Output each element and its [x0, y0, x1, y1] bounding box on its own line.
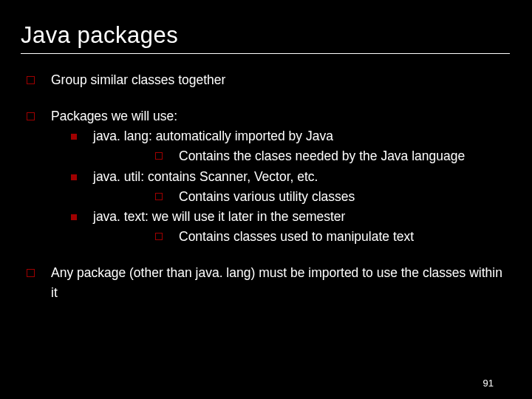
bullet-text: Group similar classes together	[51, 70, 225, 90]
bullet-level2: java. text: we will use it later in the …	[71, 207, 511, 247]
square-solid-icon	[71, 214, 77, 220]
square-open-icon	[27, 76, 35, 84]
bullet-text: Contains various utility classes	[179, 187, 355, 207]
bullet-level1: Packages we will use: java. lang: automa…	[27, 106, 511, 247]
title-underline	[21, 53, 510, 54]
bullet-text: java. util: contains Scanner, Vector, et…	[93, 167, 318, 187]
square-open-icon	[27, 112, 35, 120]
slide-content: Group similar classes together Packages …	[21, 70, 511, 303]
square-solid-icon	[71, 134, 77, 140]
square-open-icon	[155, 193, 163, 200]
bullet-text: java. text: we will use it later in the …	[93, 207, 345, 227]
bullet-level1: Any package (other than java. lang) must…	[27, 263, 511, 303]
slide: Java packages Group similar classes toge…	[0, 0, 532, 399]
bullet-level1: Group similar classes together	[27, 70, 511, 90]
bullet-level2: java. util: contains Scanner, Vector, et…	[71, 167, 511, 207]
bullet-level2: java. lang: automatically imported by Ja…	[71, 126, 511, 166]
square-open-icon	[155, 152, 163, 160]
bullet-text: Any package (other than java. lang) must…	[51, 263, 511, 303]
bullet-text: Packages we will use:	[51, 106, 177, 126]
square-open-icon	[27, 269, 35, 277]
bullet-level3: Contains the clases needed by the Java l…	[155, 146, 511, 166]
slide-title: Java packages	[21, 22, 511, 49]
bullet-level3: Contains classes used to manipulate text	[155, 227, 511, 247]
square-solid-icon	[71, 174, 77, 180]
bullet-text: Contains classes used to manipulate text	[179, 227, 414, 247]
square-open-icon	[155, 233, 163, 240]
bullet-text: Contains the clases needed by the Java l…	[179, 146, 465, 166]
page-number: 91	[483, 378, 494, 389]
bullet-text: java. lang: automatically imported by Ja…	[93, 126, 333, 146]
bullet-level3: Contains various utility classes	[155, 187, 511, 207]
